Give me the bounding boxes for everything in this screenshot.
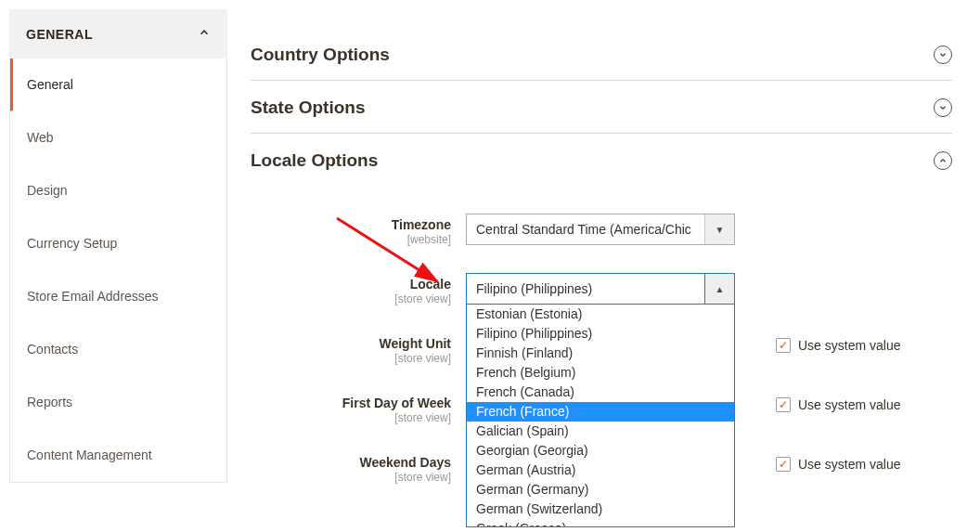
locale-option[interactable]: Georgian (Georgia) <box>467 441 734 461</box>
locale-option[interactable]: German (Germany) <box>467 480 734 500</box>
locale-option[interactable]: Estonian (Estonia) <box>467 305 734 324</box>
scope-timezone: [website] <box>251 233 451 246</box>
sidebar-item-web[interactable]: Web <box>10 111 226 164</box>
locale-option[interactable]: Finnish (Finland) <box>467 344 734 363</box>
select-locale[interactable]: Filipino (Philippines) ▲ <box>466 273 735 305</box>
sidebar-item-content-management[interactable]: Content Management <box>10 429 226 482</box>
scope-weight-unit: [store view] <box>251 352 451 365</box>
label-weight-unit: Weight Unit <box>251 336 451 351</box>
section-country-options[interactable]: Country Options <box>251 28 952 81</box>
dropdown-toggle-icon[interactable]: ▼ <box>704 214 734 244</box>
use-system-label: Use system value <box>798 457 900 472</box>
locale-option[interactable]: German (Switzerland) <box>467 500 734 519</box>
section-state-options[interactable]: State Options <box>251 81 952 134</box>
sidebar-item-design[interactable]: Design <box>10 164 226 217</box>
locale-dropdown[interactable]: Estonian (Estonia)Filipino (Philippines)… <box>466 305 735 527</box>
config-sidebar: GENERAL GeneralWebDesignCurrency SetupSt… <box>9 9 227 511</box>
dropdown-toggle-icon[interactable]: ▲ <box>704 274 734 304</box>
label-first-day: First Day of Week <box>251 396 451 410</box>
locale-option[interactable]: Greek (Greece) <box>467 519 734 527</box>
select-timezone[interactable]: Central Standard Time (America/Chic ▼ <box>466 214 735 245</box>
locale-option[interactable]: German (Austria) <box>467 461 734 480</box>
main-panel: Country Options State Options Locale Opt… <box>227 0 980 511</box>
scope-first-day: [store view] <box>251 411 451 424</box>
sidebar-item-general[interactable]: General <box>10 58 226 111</box>
chevron-up-icon <box>934 151 952 170</box>
sidebar-item-currency-setup[interactable]: Currency Setup <box>10 217 226 270</box>
use-system-label: Use system value <box>798 338 900 353</box>
locale-option[interactable]: Galician (Spain) <box>467 422 734 441</box>
locale-option[interactable]: French (Belgium) <box>467 363 734 383</box>
chevron-down-icon <box>934 45 952 64</box>
sidebar-item-reports[interactable]: Reports <box>10 376 226 429</box>
sidebar-header-label: GENERAL <box>26 27 93 42</box>
section-locale-options[interactable]: Locale Options <box>251 134 952 186</box>
field-timezone: Timezone [website] Central Standard Time… <box>251 214 952 247</box>
sidebar-item-store-email-addresses[interactable]: Store Email Addresses <box>10 270 226 323</box>
locale-option[interactable]: Filipino (Philippines) <box>467 324 734 344</box>
field-locale: Locale [store view] Filipino (Philippine… <box>251 273 952 306</box>
label-locale: Locale <box>251 277 451 292</box>
locale-option[interactable]: French (Canada) <box>467 383 734 402</box>
checkbox-use-system-weight[interactable]: ✓ <box>776 338 791 353</box>
checkbox-use-system-firstday[interactable]: ✓ <box>776 397 791 412</box>
label-timezone: Timezone <box>251 217 451 232</box>
checkbox-use-system-weekend[interactable]: ✓ <box>776 457 791 472</box>
chevron-down-icon <box>934 98 952 117</box>
sidebar-item-contacts[interactable]: Contacts <box>10 323 226 376</box>
scope-weekend: [store view] <box>251 471 451 484</box>
sidebar-section-general[interactable]: GENERAL <box>9 9 227 58</box>
scope-locale: [store view] <box>251 292 451 305</box>
locale-option[interactable]: French (France) <box>467 402 734 422</box>
chevron-up-icon <box>198 26 211 42</box>
label-weekend: Weekend Days <box>251 455 451 470</box>
use-system-label: Use system value <box>798 397 900 412</box>
